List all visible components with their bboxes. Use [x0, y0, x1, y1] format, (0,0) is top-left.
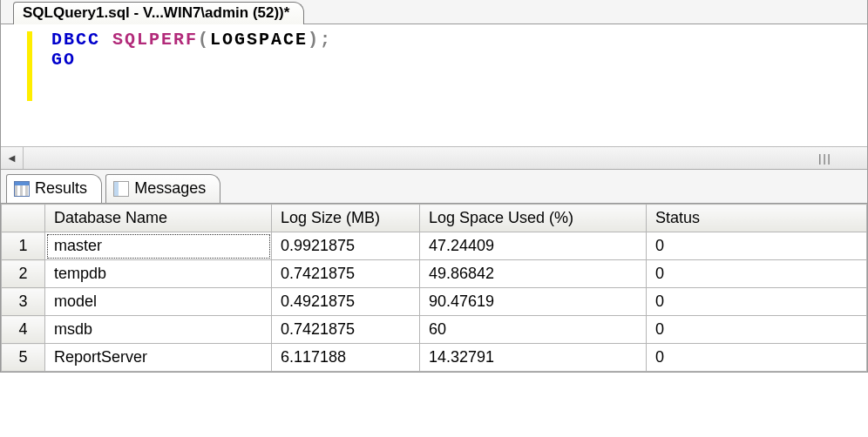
header-row: Database Name Log Size (MB) Log Space Us…: [2, 205, 867, 232]
table-row[interactable]: 5ReportServer6.11718814.327910: [2, 344, 867, 372]
table-row[interactable]: 4msdb0.7421875600: [2, 316, 867, 344]
keyword-go: GO: [51, 50, 76, 70]
corner-cell: [2, 205, 45, 232]
cell-log-size[interactable]: 0.4921875: [272, 288, 420, 316]
cell-status[interactable]: 0: [647, 316, 867, 344]
col-status[interactable]: Status: [647, 205, 867, 232]
col-log-space-used[interactable]: Log Space Used (%): [420, 205, 647, 232]
grid-icon: [14, 181, 30, 197]
row-number[interactable]: 2: [2, 260, 45, 288]
cell-database-name[interactable]: master: [45, 232, 272, 260]
table-row[interactable]: 2tempdb0.742187549.868420: [2, 260, 867, 288]
ssms-window: SQLQuery1.sql - V...WIN7\admin (52))* DB…: [0, 0, 868, 373]
cell-status[interactable]: 0: [647, 232, 867, 260]
col-log-size[interactable]: Log Size (MB): [272, 205, 420, 232]
editor-hscrollbar[interactable]: ◄ |||: [1, 146, 867, 169]
semicolon: ;: [320, 30, 332, 50]
row-number[interactable]: 4: [2, 316, 45, 344]
scroll-left-arrow-icon[interactable]: ◄: [1, 147, 24, 169]
arg-logspace: LOGSPACE: [210, 30, 308, 50]
cell-log-space-used[interactable]: 49.86842: [420, 260, 647, 288]
scroll-grip-icon[interactable]: |||: [813, 148, 837, 169]
tab-results[interactable]: Results: [6, 174, 102, 203]
sql-editor[interactable]: DBCC SQLPERF(LOGSPACE); GO: [1, 24, 867, 146]
tab-messages-label: Messages: [134, 179, 206, 198]
cell-database-name[interactable]: model: [45, 288, 272, 316]
keyword-dbcc: DBCC: [51, 30, 100, 50]
results-tab-strip: Results Messages: [1, 169, 867, 204]
table-row[interactable]: 1master0.992187547.244090: [2, 232, 867, 260]
cell-log-size[interactable]: 0.7421875: [272, 260, 420, 288]
cell-status[interactable]: 0: [647, 288, 867, 316]
col-database-name[interactable]: Database Name: [45, 205, 272, 232]
cell-log-space-used[interactable]: 47.24409: [420, 232, 647, 260]
row-number[interactable]: 3: [2, 288, 45, 316]
scroll-track[interactable]: |||: [24, 147, 867, 169]
cell-database-name[interactable]: tempdb: [45, 260, 272, 288]
row-number[interactable]: 5: [2, 344, 45, 372]
row-number[interactable]: 1: [2, 232, 45, 260]
paren-close: ): [308, 30, 320, 50]
cell-log-size[interactable]: 0.9921875: [272, 232, 420, 260]
cell-log-size[interactable]: 6.117188: [272, 344, 420, 372]
cell-log-size[interactable]: 0.7421875: [272, 316, 420, 344]
cell-log-space-used[interactable]: 60: [420, 316, 647, 344]
cell-database-name[interactable]: msdb: [45, 316, 272, 344]
table-row[interactable]: 3model0.492187590.476190: [2, 288, 867, 316]
paren-open: (: [198, 30, 210, 50]
tab-results-label: Results: [35, 179, 87, 198]
editor-content: DBCC SQLPERF(LOGSPACE); GO: [51, 30, 858, 70]
cell-status[interactable]: 0: [647, 260, 867, 288]
messages-icon: [113, 181, 129, 197]
change-marker: [27, 31, 32, 101]
file-tab-strip: SQLQuery1.sql - V...WIN7\admin (52))*: [1, 0, 867, 24]
func-sqlperf: SQLPERF: [112, 30, 198, 50]
cell-log-space-used[interactable]: 14.32791: [420, 344, 647, 372]
results-grid[interactable]: Database Name Log Size (MB) Log Space Us…: [1, 204, 867, 372]
tab-messages[interactable]: Messages: [105, 174, 220, 203]
results-grid-wrap: Database Name Log Size (MB) Log Space Us…: [1, 204, 867, 372]
cell-status[interactable]: 0: [647, 344, 867, 372]
cell-database-name[interactable]: ReportServer: [45, 344, 272, 372]
file-tab[interactable]: SQLQuery1.sql - V...WIN7\admin (52))*: [13, 2, 304, 24]
cell-log-space-used[interactable]: 90.47619: [420, 288, 647, 316]
